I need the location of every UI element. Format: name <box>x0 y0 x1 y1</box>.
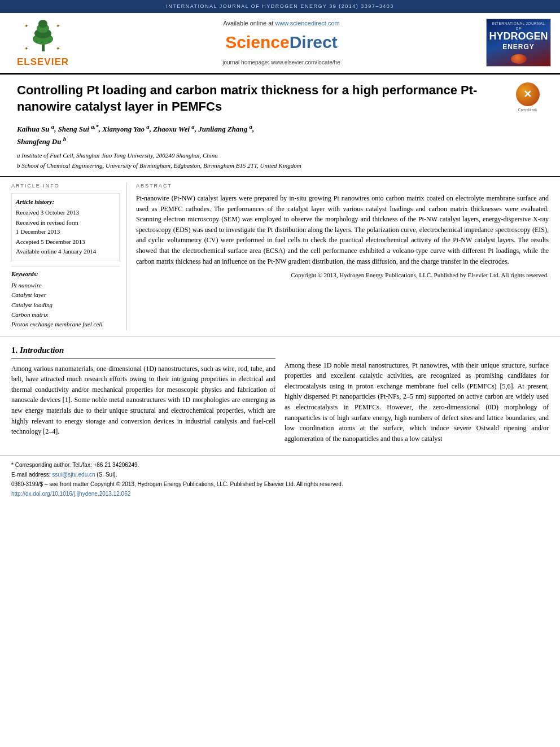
intro-right: Among these 1D noble metal nanostructure… <box>285 344 549 444</box>
history-label: Article history: <box>16 198 115 206</box>
right-column: ABSTRACT Pt-nanowire (Pt-NW) catalyst la… <box>136 182 549 330</box>
journal-header-text: INTERNATIONAL JOURNAL OF HYDROGEN ENERGY… <box>166 3 394 9</box>
keyword-1: Pt nanowire <box>11 281 120 290</box>
affiliation-b: b School of Chemical Engineering, Univer… <box>17 161 543 171</box>
journal-header-bar: INTERNATIONAL JOURNAL OF HYDROGEN ENERGY… <box>0 0 560 13</box>
top-banner: ✦ ✦ ✦ ✦ ELSEVIER Available online at www… <box>0 13 560 75</box>
available-online: Available online 4 January 2014 <box>16 247 115 256</box>
article-info-heading: ARTICLE INFO <box>11 182 120 190</box>
doi-link[interactable]: http://dx.doi.org/10.1016/j.ijhydene.201… <box>11 489 549 499</box>
crossmark-badge: ✕ CrossMark <box>512 82 543 113</box>
left-column: ARTICLE INFO Article history: Received 3… <box>11 182 127 330</box>
available-text: Available online at www.sciencedirect.co… <box>77 19 486 28</box>
crossmark-label: CrossMark <box>512 107 543 113</box>
intro-body-left: Among various nanomaterials, one-dimensi… <box>11 364 275 437</box>
keyword-3: Catalyst loading <box>11 301 120 309</box>
keyword-5: Proton exchange membrane fuel cell <box>11 320 120 329</box>
svg-text:✦: ✦ <box>56 46 60 51</box>
intro-left-text: Among various nanomaterials, one-dimensi… <box>11 365 275 436</box>
journal-cover-line1: International Journal of <box>489 21 548 31</box>
corresponding-note: * Corresponding author. Tel./fax: +86 21… <box>11 460 549 470</box>
introduction-section: 1. Introduction Among various nanomateri… <box>0 337 560 450</box>
email-link[interactable]: ssui@sjtu.edu.cn <box>52 471 95 478</box>
issn-note: 0360-3199/$ – see front matter Copyright… <box>11 479 549 489</box>
journal-cover: International Journal of HYDROGEN ENERGY <box>486 19 551 67</box>
affiliations: a Institute of Fuel Cell, Shanghai Jiao … <box>17 151 543 171</box>
svg-text:✦: ✦ <box>24 23 29 29</box>
svg-text:✦: ✦ <box>24 46 29 51</box>
journal-cover-line3: ENERGY <box>502 42 535 52</box>
elsevier-tree-icon: ✦ ✦ ✦ ✦ <box>22 18 64 54</box>
revised-date: 1 December 2013 <box>16 228 115 236</box>
journal-homepage: journal homepage: www.elsevier.com/locat… <box>77 59 486 67</box>
abstract-text: Pt-nanowire (Pt-NW) catalyst layers were… <box>136 193 549 267</box>
intro-left: 1. Introduction Among various nanomateri… <box>11 344 275 444</box>
doi-text: http://dx.doi.org/10.1016/j.ijhydene.201… <box>11 491 130 497</box>
revised-label: Received in revised form <box>16 219 115 227</box>
sciencedirect-logo: ScienceDirect <box>77 30 486 54</box>
article-title: Controlling Pt loading and carbon matrix… <box>17 82 512 115</box>
article-info-box: Article history: Received 3 October 2013… <box>11 193 120 260</box>
affiliation-a: a Institute of Fuel Cell, Shanghai Jiao … <box>17 151 543 161</box>
crossmark-icon: ✕ <box>516 82 540 106</box>
elsevier-logo: ✦ ✦ ✦ ✦ ELSEVIER <box>9 18 77 69</box>
sd-url: www.sciencedirect.com <box>275 20 339 27</box>
article-header: Controlling Pt loading and carbon matrix… <box>0 75 560 177</box>
svg-text:✦: ✦ <box>56 23 60 29</box>
elsevier-label: ELSEVIER <box>17 55 69 69</box>
section-number: 1. <box>11 346 18 355</box>
received1: Received 3 October 2013 <box>16 208 115 217</box>
footer-area: * Corresponding author. Tel./fax: +86 21… <box>0 455 560 503</box>
copyright-text: Copyright © 2013, Hydrogen Energy Public… <box>136 271 549 279</box>
banner-center: Available online at www.sciencedirect.co… <box>77 19 486 66</box>
keyword-2: Catalyst layer <box>11 291 120 299</box>
divider1 <box>11 266 120 267</box>
authors-line: Kaihua Su a, Sheng Sui a,*, Xianyong Yao… <box>17 122 543 148</box>
section-label: Introduction <box>20 346 64 355</box>
journal-cover-line2: HYDROGEN <box>489 31 548 42</box>
two-col-section: ARTICLE INFO Article history: Received 3… <box>0 177 560 336</box>
section-title: 1. Introduction <box>11 344 275 359</box>
email-note: E-mail address: ssui@sjtu.edu.cn (S. Sui… <box>11 470 549 479</box>
abstract-heading: ABSTRACT <box>136 182 549 190</box>
svg-point-4 <box>38 20 47 28</box>
keyword-4: Carbon matrix <box>11 311 120 319</box>
accepted: Accepted 5 December 2013 <box>16 238 115 246</box>
intro-body-right: Among these 1D noble metal nanostructure… <box>285 360 549 444</box>
keywords-label: Keywords: <box>11 270 120 278</box>
footer-note: * Corresponding author. Tel./fax: +86 21… <box>11 460 549 499</box>
intro-right-text: Among these 1D noble metal nanostructure… <box>285 361 549 443</box>
